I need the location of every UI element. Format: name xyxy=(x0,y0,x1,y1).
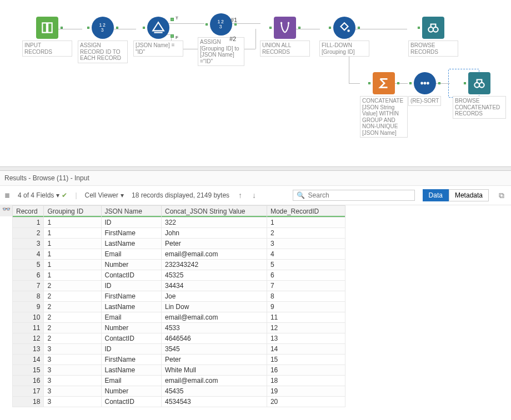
cell-record: 15 xyxy=(13,365,44,376)
table-row[interactable]: 21FirstNameJohn2 xyxy=(13,228,345,239)
list-icon[interactable]: ≣ xyxy=(4,191,10,199)
table-row[interactable]: 82FirstNameJoe8 xyxy=(13,291,345,302)
cell-concat-value: White Mull xyxy=(162,365,267,376)
tool-label: (RE)-SORT xyxy=(408,96,441,106)
tool-browse-records[interactable]: BROWSE RECORDS xyxy=(408,17,458,57)
svg-point-13 xyxy=(474,83,479,88)
tool-label: BROWSE RECORDS xyxy=(408,41,458,57)
cell-record: 9 xyxy=(13,302,44,312)
cell-json-name: Email xyxy=(101,312,162,323)
tool-filldown[interactable]: FILL-DOWN [Grouping ID] xyxy=(319,17,369,57)
svg-point-11 xyxy=(423,82,426,85)
col-concat-value[interactable]: Concat_JSON String Value xyxy=(162,206,267,217)
cell-concat-value: 4533 xyxy=(162,323,267,333)
binoculars-icon[interactable]: 👓 xyxy=(0,205,12,216)
tool-label: ASSIGN RECORD ID TO EACH RECORD xyxy=(78,41,128,63)
cell-mode-recordid: 11 xyxy=(267,312,345,323)
cell-record: 17 xyxy=(13,386,44,397)
cell-mode-recordid: 18 xyxy=(267,376,345,386)
cell-json-name: ID xyxy=(101,281,162,291)
table-row[interactable]: 163Emailemail@email.com18 xyxy=(13,376,345,386)
table-row[interactable]: 31LastNamePeter3 xyxy=(13,239,345,249)
table-row[interactable]: 183ContactID453454320 xyxy=(13,397,345,407)
cell-json-name: ContactID xyxy=(101,270,162,281)
tool-label: FILL-DOWN [Grouping ID] xyxy=(319,41,369,57)
cell-mode-recordid: 20 xyxy=(267,397,345,407)
tab-metadata[interactable]: Metadata xyxy=(449,189,489,201)
tool-record-id[interactable]: 123 ASSIGN RECORD ID TO EACH RECORD xyxy=(78,17,128,63)
tool-label: UNION ALL RECORDS xyxy=(260,41,310,57)
cell-concat-value: 4646546 xyxy=(162,333,267,344)
svg-point-10 xyxy=(420,82,423,85)
col-record[interactable]: Record xyxy=(13,206,44,217)
svg-text:3: 3 xyxy=(219,24,222,29)
tool-label: CONCATENATE [JSON String Value] WITHIN G… xyxy=(360,96,408,138)
tool-assign-grouping[interactable]: 123 ASSIGN [Grouping ID] to [JSON Name] … xyxy=(198,13,244,66)
cell-mode-recordid: 7 xyxy=(267,281,345,291)
cell-concat-value: John xyxy=(162,228,267,239)
search-input[interactable] xyxy=(308,191,411,199)
tool-label: BROWSE CONCATENATED RECORDS xyxy=(453,96,506,119)
binoculars-icon xyxy=(422,17,444,39)
table-row[interactable]: 112Number453312 xyxy=(13,323,345,333)
table-row[interactable]: 51Number2323432425 xyxy=(13,260,345,270)
cell-json-name: Number xyxy=(101,386,162,397)
table-row[interactable]: 143FirstNamePeter15 xyxy=(13,355,345,365)
cell-grouping-id: 1 xyxy=(44,249,101,260)
table-row[interactable]: 41Emailemail@email.com4 xyxy=(13,249,345,260)
table-row[interactable]: 153LastNameWhite Mull16 xyxy=(13,365,345,376)
arrow-down-icon[interactable]: ↓ xyxy=(251,191,257,200)
arrow-up-icon[interactable]: ↑ xyxy=(237,191,243,200)
cell-concat-value: 232343242 xyxy=(162,260,267,270)
dots-icon xyxy=(414,72,436,94)
field-selector[interactable]: 4 of 4 Fields ▾ ✔ xyxy=(18,191,67,199)
table-row[interactable]: 133ID354514 xyxy=(13,344,345,355)
cell-mode-recordid: 1 xyxy=(267,217,345,228)
cell-grouping-id: 2 xyxy=(44,291,101,302)
popout-icon[interactable]: ⧉ xyxy=(497,191,507,200)
cell-mode-recordid: 16 xyxy=(267,365,345,376)
tool-browse-concat[interactable]: BROWSE CONCATENATED RECORDS xyxy=(453,72,506,119)
cell-mode-recordid: 13 xyxy=(267,333,345,344)
cell-grouping-id: 3 xyxy=(44,344,101,355)
table-row[interactable]: 11ID3221 xyxy=(13,217,345,228)
table-row[interactable]: 102Emailemail@email.com11 xyxy=(13,312,345,323)
tool-resort[interactable]: (RE)-SORT xyxy=(408,72,441,106)
svg-point-14 xyxy=(479,83,484,88)
cell-record: 14 xyxy=(13,355,44,365)
table-row[interactable]: 92LastNameLin Dow9 xyxy=(13,302,345,312)
tool-filter[interactable]: T F [JSON Name] = "ID" xyxy=(133,17,183,57)
search-input-wrap[interactable]: 🔍 xyxy=(293,190,415,201)
tool-label: [JSON Name] = "ID" xyxy=(133,41,183,57)
cell-concat-value: email@email.com xyxy=(162,249,267,260)
table-row[interactable]: 72ID344347 xyxy=(13,281,345,291)
col-mode-recordid[interactable]: Mode_RecordID xyxy=(267,206,345,217)
tool-input-records[interactable]: INPUT RECORDS xyxy=(22,17,72,57)
panel-splitter[interactable] xyxy=(0,166,511,171)
cell-grouping-id: 2 xyxy=(44,302,101,312)
table-row[interactable]: 173Number4543519 xyxy=(13,386,345,397)
cell-grouping-id: 2 xyxy=(44,323,101,333)
tool-concatenate[interactable]: CONCATENATE [JSON String Value] WITHIN G… xyxy=(360,72,408,138)
col-json-name[interactable]: JSON Name xyxy=(101,206,162,217)
cell-grouping-id: 3 xyxy=(44,386,101,397)
cell-json-name: FirstName xyxy=(101,228,162,239)
results-toolbar: ≣ 4 of 4 Fields ▾ ✔ | Cell Viewer ▾ 18 r… xyxy=(0,186,511,205)
cell-mode-recordid: 15 xyxy=(267,355,345,365)
table-row[interactable]: 61ContactID453256 xyxy=(13,270,345,281)
table-row[interactable]: 122ContactID464654613 xyxy=(13,333,345,344)
col-grouping-id[interactable]: Grouping ID xyxy=(44,206,101,217)
cell-json-name: Number xyxy=(101,260,162,270)
data-table[interactable]: Record Grouping ID JSON Name Concat_JSON… xyxy=(12,205,345,407)
cell-record: 13 xyxy=(13,344,44,355)
cell-json-name: LastName xyxy=(101,239,162,249)
cell-mode-recordid: 4 xyxy=(267,249,345,260)
workflow-canvas[interactable]: INPUT RECORDS 123 ASSIGN RECORD ID TO EA… xyxy=(0,0,511,166)
cell-viewer-dropdown[interactable]: Cell Viewer ▾ xyxy=(85,191,124,199)
cell-concat-value: Peter xyxy=(162,239,267,249)
tool-union[interactable]: UNION ALL RECORDS xyxy=(260,17,310,57)
cell-json-name: FirstName xyxy=(101,355,162,365)
tab-data[interactable]: Data xyxy=(423,189,449,201)
cell-grouping-id: 1 xyxy=(44,217,101,228)
cell-grouping-id: 1 xyxy=(44,270,101,281)
